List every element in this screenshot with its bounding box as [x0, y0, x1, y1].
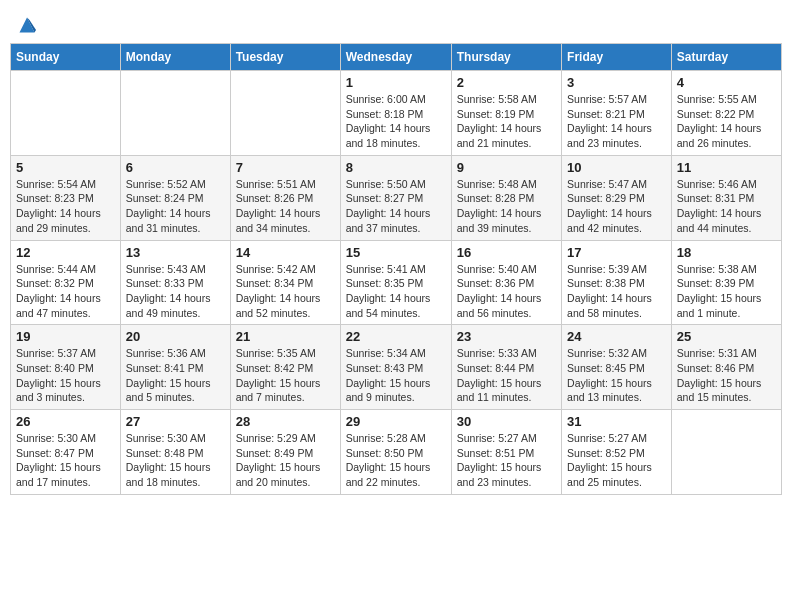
calendar-cell: 7Sunrise: 5:51 AM Sunset: 8:26 PM Daylig…: [230, 155, 340, 240]
calendar-cell: 12Sunrise: 5:44 AM Sunset: 8:32 PM Dayli…: [11, 240, 121, 325]
day-number: 29: [346, 414, 446, 429]
day-info: Sunrise: 5:58 AM Sunset: 8:19 PM Dayligh…: [457, 92, 556, 151]
day-number: 9: [457, 160, 556, 175]
day-info: Sunrise: 5:37 AM Sunset: 8:40 PM Dayligh…: [16, 346, 115, 405]
day-number: 6: [126, 160, 225, 175]
day-info: Sunrise: 5:27 AM Sunset: 8:52 PM Dayligh…: [567, 431, 666, 490]
calendar-cell: 2Sunrise: 5:58 AM Sunset: 8:19 PM Daylig…: [451, 71, 561, 156]
day-info: Sunrise: 5:52 AM Sunset: 8:24 PM Dayligh…: [126, 177, 225, 236]
calendar-week-4: 19Sunrise: 5:37 AM Sunset: 8:40 PM Dayli…: [11, 325, 782, 410]
day-number: 17: [567, 245, 666, 260]
day-number: 23: [457, 329, 556, 344]
day-info: Sunrise: 5:50 AM Sunset: 8:27 PM Dayligh…: [346, 177, 446, 236]
day-info: Sunrise: 5:30 AM Sunset: 8:48 PM Dayligh…: [126, 431, 225, 490]
day-info: Sunrise: 5:38 AM Sunset: 8:39 PM Dayligh…: [677, 262, 776, 321]
calendar-cell: 24Sunrise: 5:32 AM Sunset: 8:45 PM Dayli…: [562, 325, 672, 410]
day-info: Sunrise: 5:42 AM Sunset: 8:34 PM Dayligh…: [236, 262, 335, 321]
calendar-cell: 17Sunrise: 5:39 AM Sunset: 8:38 PM Dayli…: [562, 240, 672, 325]
day-number: 21: [236, 329, 335, 344]
calendar-week-1: 1Sunrise: 6:00 AM Sunset: 8:18 PM Daylig…: [11, 71, 782, 156]
day-number: 1: [346, 75, 446, 90]
calendar-cell: 28Sunrise: 5:29 AM Sunset: 8:49 PM Dayli…: [230, 410, 340, 495]
calendar-cell: 18Sunrise: 5:38 AM Sunset: 8:39 PM Dayli…: [671, 240, 781, 325]
day-info: Sunrise: 5:32 AM Sunset: 8:45 PM Dayligh…: [567, 346, 666, 405]
day-info: Sunrise: 5:36 AM Sunset: 8:41 PM Dayligh…: [126, 346, 225, 405]
day-number: 4: [677, 75, 776, 90]
day-info: Sunrise: 5:31 AM Sunset: 8:46 PM Dayligh…: [677, 346, 776, 405]
header-thursday: Thursday: [451, 44, 561, 71]
day-info: Sunrise: 5:28 AM Sunset: 8:50 PM Dayligh…: [346, 431, 446, 490]
day-number: 20: [126, 329, 225, 344]
calendar-cell: 5Sunrise: 5:54 AM Sunset: 8:23 PM Daylig…: [11, 155, 121, 240]
calendar-cell: 30Sunrise: 5:27 AM Sunset: 8:51 PM Dayli…: [451, 410, 561, 495]
page-header: [10, 10, 782, 35]
header-sunday: Sunday: [11, 44, 121, 71]
calendar-week-5: 26Sunrise: 5:30 AM Sunset: 8:47 PM Dayli…: [11, 410, 782, 495]
day-info: Sunrise: 5:46 AM Sunset: 8:31 PM Dayligh…: [677, 177, 776, 236]
day-number: 30: [457, 414, 556, 429]
day-number: 3: [567, 75, 666, 90]
day-info: Sunrise: 5:27 AM Sunset: 8:51 PM Dayligh…: [457, 431, 556, 490]
day-info: Sunrise: 5:40 AM Sunset: 8:36 PM Dayligh…: [457, 262, 556, 321]
calendar-cell: 26Sunrise: 5:30 AM Sunset: 8:47 PM Dayli…: [11, 410, 121, 495]
calendar-cell: 10Sunrise: 5:47 AM Sunset: 8:29 PM Dayli…: [562, 155, 672, 240]
calendar-cell: 25Sunrise: 5:31 AM Sunset: 8:46 PM Dayli…: [671, 325, 781, 410]
day-info: Sunrise: 5:44 AM Sunset: 8:32 PM Dayligh…: [16, 262, 115, 321]
calendar-cell: 9Sunrise: 5:48 AM Sunset: 8:28 PM Daylig…: [451, 155, 561, 240]
calendar-cell: 11Sunrise: 5:46 AM Sunset: 8:31 PM Dayli…: [671, 155, 781, 240]
calendar-table: SundayMondayTuesdayWednesdayThursdayFrid…: [10, 43, 782, 495]
day-number: 2: [457, 75, 556, 90]
day-info: Sunrise: 5:33 AM Sunset: 8:44 PM Dayligh…: [457, 346, 556, 405]
calendar-week-3: 12Sunrise: 5:44 AM Sunset: 8:32 PM Dayli…: [11, 240, 782, 325]
header-tuesday: Tuesday: [230, 44, 340, 71]
calendar-cell: 3Sunrise: 5:57 AM Sunset: 8:21 PM Daylig…: [562, 71, 672, 156]
calendar-header-row: SundayMondayTuesdayWednesdayThursdayFrid…: [11, 44, 782, 71]
day-number: 31: [567, 414, 666, 429]
logo: [15, 15, 37, 35]
calendar-cell: [671, 410, 781, 495]
day-info: Sunrise: 5:55 AM Sunset: 8:22 PM Dayligh…: [677, 92, 776, 151]
calendar-cell: 8Sunrise: 5:50 AM Sunset: 8:27 PM Daylig…: [340, 155, 451, 240]
day-info: Sunrise: 5:48 AM Sunset: 8:28 PM Dayligh…: [457, 177, 556, 236]
day-number: 16: [457, 245, 556, 260]
header-friday: Friday: [562, 44, 672, 71]
calendar-cell: 20Sunrise: 5:36 AM Sunset: 8:41 PM Dayli…: [120, 325, 230, 410]
header-monday: Monday: [120, 44, 230, 71]
calendar-cell: 15Sunrise: 5:41 AM Sunset: 8:35 PM Dayli…: [340, 240, 451, 325]
calendar-cell: 6Sunrise: 5:52 AM Sunset: 8:24 PM Daylig…: [120, 155, 230, 240]
calendar-cell: 29Sunrise: 5:28 AM Sunset: 8:50 PM Dayli…: [340, 410, 451, 495]
day-number: 26: [16, 414, 115, 429]
day-number: 8: [346, 160, 446, 175]
day-number: 10: [567, 160, 666, 175]
day-number: 15: [346, 245, 446, 260]
logo-icon: [17, 15, 37, 35]
calendar-cell: [120, 71, 230, 156]
day-info: Sunrise: 5:47 AM Sunset: 8:29 PM Dayligh…: [567, 177, 666, 236]
day-number: 18: [677, 245, 776, 260]
calendar-cell: 27Sunrise: 5:30 AM Sunset: 8:48 PM Dayli…: [120, 410, 230, 495]
day-number: 25: [677, 329, 776, 344]
day-number: 14: [236, 245, 335, 260]
day-info: Sunrise: 5:57 AM Sunset: 8:21 PM Dayligh…: [567, 92, 666, 151]
day-info: Sunrise: 5:39 AM Sunset: 8:38 PM Dayligh…: [567, 262, 666, 321]
calendar-week-2: 5Sunrise: 5:54 AM Sunset: 8:23 PM Daylig…: [11, 155, 782, 240]
day-number: 5: [16, 160, 115, 175]
day-info: Sunrise: 5:29 AM Sunset: 8:49 PM Dayligh…: [236, 431, 335, 490]
day-number: 7: [236, 160, 335, 175]
calendar-cell: 22Sunrise: 5:34 AM Sunset: 8:43 PM Dayli…: [340, 325, 451, 410]
day-number: 12: [16, 245, 115, 260]
day-number: 11: [677, 160, 776, 175]
day-number: 28: [236, 414, 335, 429]
day-info: Sunrise: 5:41 AM Sunset: 8:35 PM Dayligh…: [346, 262, 446, 321]
calendar-cell: 13Sunrise: 5:43 AM Sunset: 8:33 PM Dayli…: [120, 240, 230, 325]
calendar-cell: 21Sunrise: 5:35 AM Sunset: 8:42 PM Dayli…: [230, 325, 340, 410]
calendar-cell: 1Sunrise: 6:00 AM Sunset: 8:18 PM Daylig…: [340, 71, 451, 156]
day-info: Sunrise: 5:51 AM Sunset: 8:26 PM Dayligh…: [236, 177, 335, 236]
calendar-cell: [11, 71, 121, 156]
calendar-cell: 4Sunrise: 5:55 AM Sunset: 8:22 PM Daylig…: [671, 71, 781, 156]
header-wednesday: Wednesday: [340, 44, 451, 71]
day-number: 27: [126, 414, 225, 429]
calendar-cell: 31Sunrise: 5:27 AM Sunset: 8:52 PM Dayli…: [562, 410, 672, 495]
day-info: Sunrise: 6:00 AM Sunset: 8:18 PM Dayligh…: [346, 92, 446, 151]
day-info: Sunrise: 5:30 AM Sunset: 8:47 PM Dayligh…: [16, 431, 115, 490]
